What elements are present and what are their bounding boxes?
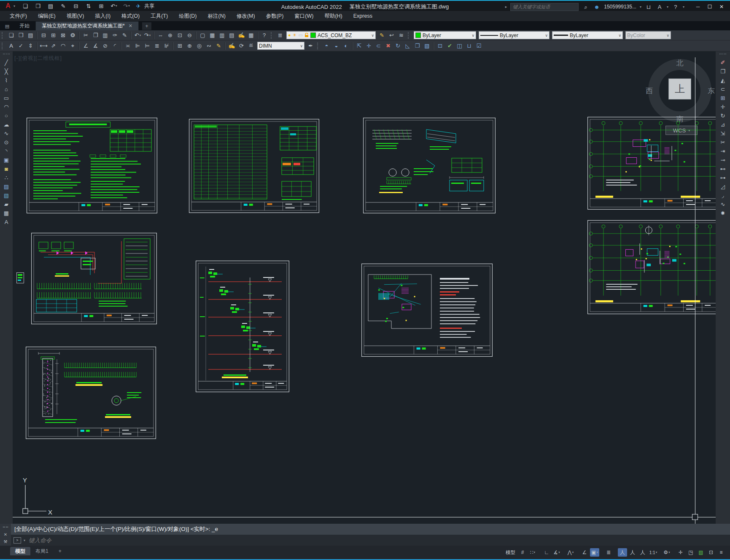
print-icon[interactable]: ⊞ bbox=[97, 2, 105, 10]
search-input[interactable] bbox=[510, 3, 579, 11]
layer-combo[interactable]: ●☀▭ACS_COM_BZ∨ bbox=[286, 31, 376, 39]
menu-item-9[interactable]: 参数(P) bbox=[261, 11, 289, 21]
user-avatar-icon[interactable]: ☻ bbox=[593, 3, 601, 11]
linetype-combo[interactable]: ByLayer∨ bbox=[479, 31, 550, 39]
construction-line-icon[interactable]: ╳ bbox=[1, 67, 11, 76]
menu-item-4[interactable]: 格式(O) bbox=[116, 11, 145, 21]
dim-continue-icon[interactable]: ⊨ bbox=[143, 42, 152, 50]
markup-icon[interactable]: ✍ bbox=[237, 31, 246, 40]
polyline-icon[interactable]: ⌇ bbox=[1, 76, 11, 85]
layout1-tab[interactable]: 布局1 bbox=[30, 547, 54, 555]
tab-close-icon[interactable]: ✕ bbox=[129, 23, 132, 29]
snap-mode-icon[interactable]: ∷▾ bbox=[528, 548, 537, 557]
save-as-icon[interactable]: ✎ bbox=[59, 2, 67, 10]
table-icon[interactable]: ▦ bbox=[1, 209, 11, 218]
menu-item-6[interactable]: 绘图(D) bbox=[173, 11, 202, 21]
menu-item-0[interactable]: 文件(F) bbox=[4, 11, 32, 21]
dim-quick-icon[interactable]: ≍ bbox=[123, 42, 133, 50]
mobile-sync-icon[interactable]: ⇅ bbox=[84, 2, 93, 10]
toolbar-grip[interactable] bbox=[317, 43, 320, 49]
minimize-button[interactable]: ─ bbox=[692, 3, 704, 11]
dim-jogged-icon[interactable]: ∾ bbox=[204, 42, 214, 50]
break-icon[interactable]: ⊷ bbox=[718, 165, 728, 173]
explode-icon[interactable]: ✸ bbox=[718, 209, 728, 218]
fillet-icon[interactable]: ◞ bbox=[718, 191, 728, 200]
menu-item-12[interactable]: Express bbox=[348, 11, 378, 21]
dim-baseline-icon[interactable]: ⊫ bbox=[133, 42, 143, 50]
cut-icon[interactable]: ✂ bbox=[81, 31, 91, 40]
spell-check-icon[interactable]: ✓ bbox=[16, 42, 26, 50]
zoom-realtime-icon[interactable]: ⊕ bbox=[165, 31, 175, 40]
properties-icon[interactable]: ▢ bbox=[198, 31, 207, 40]
copy-faces-icon[interactable]: ❐ bbox=[412, 42, 422, 50]
imprint-icon[interactable]: ⊡ bbox=[435, 42, 445, 50]
line-icon[interactable]: ╱ bbox=[1, 59, 11, 67]
layer-properties-icon[interactable]: ≣ bbox=[275, 31, 285, 40]
model-tab[interactable]: 模型 bbox=[10, 547, 30, 555]
object-snap-icon[interactable]: ▣▾ bbox=[590, 548, 599, 557]
viewport-label[interactable]: [-][俯视][二维线框] bbox=[14, 55, 62, 62]
undo-icon[interactable]: ↶▾ bbox=[133, 31, 143, 40]
taper-faces-icon[interactable]: ◺ bbox=[403, 42, 412, 50]
clean-screen-icon[interactable]: ⊡ bbox=[706, 548, 716, 557]
toolbar-grip[interactable] bbox=[719, 54, 726, 57]
copy-icon[interactable]: ❐ bbox=[91, 31, 100, 40]
join-icon[interactable]: ⊶ bbox=[718, 174, 728, 182]
blend-curves-icon[interactable]: ∿ bbox=[718, 200, 728, 209]
toolbar-grip[interactable] bbox=[2, 43, 5, 49]
compass-north[interactable]: 北 bbox=[676, 58, 684, 68]
command-input[interactable] bbox=[28, 537, 730, 544]
save-icon[interactable]: ▤ bbox=[26, 31, 35, 40]
spline-icon[interactable]: ∿ bbox=[1, 129, 11, 138]
trim-icon[interactable]: ✂ bbox=[718, 138, 728, 147]
menu-item-10[interactable]: 窗口(W) bbox=[289, 11, 319, 21]
logo-dropdown-arrow[interactable]: ▾ bbox=[13, 4, 15, 8]
tool-palettes-icon[interactable]: ▥ bbox=[217, 31, 227, 40]
dim-diameter-icon[interactable]: ⊘ bbox=[100, 42, 110, 50]
extrude-faces-icon[interactable]: ⇱ bbox=[354, 42, 364, 50]
autocad-logo-menu[interactable]: A bbox=[3, 2, 13, 10]
command-options-icon[interactable]: > bbox=[13, 537, 21, 544]
account-dropdown-arrow[interactable]: ▾ bbox=[640, 5, 641, 9]
cmdline-customize-icon[interactable]: ⚒ bbox=[2, 539, 9, 545]
add-layout-button[interactable]: + bbox=[54, 547, 67, 555]
layer-states-icon[interactable]: ≋ bbox=[396, 31, 406, 40]
redo-icon[interactable]: ↷▾ bbox=[122, 2, 131, 10]
move-icon[interactable]: ✛ bbox=[718, 103, 728, 111]
zoom-window-icon[interactable]: ⊡ bbox=[175, 31, 185, 40]
help-dropdown-arrow[interactable]: ▾ bbox=[683, 5, 684, 9]
solid-intersect-icon[interactable]: ◐ bbox=[341, 42, 351, 50]
separate-solid-icon[interactable]: ◫ bbox=[455, 42, 464, 50]
tab-start[interactable]: 开始 bbox=[13, 22, 36, 30]
text-scale-icon[interactable]: ⇕ bbox=[26, 42, 35, 50]
account-id[interactable]: 1505999135... bbox=[604, 4, 636, 10]
toolbar-grip[interactable] bbox=[2, 32, 5, 39]
ellipse-icon[interactable]: ⊙ bbox=[1, 138, 11, 147]
mirror-icon[interactable]: ◭ bbox=[718, 76, 728, 85]
new-file-icon[interactable]: ❏ bbox=[21, 2, 30, 10]
rectangle-icon[interactable]: ▭ bbox=[1, 94, 11, 102]
undo-icon[interactable]: ↶▾ bbox=[110, 2, 118, 10]
break-at-point-icon[interactable]: ⊸ bbox=[718, 156, 728, 164]
chamfer-icon[interactable]: ◿ bbox=[718, 183, 728, 191]
publish-icon[interactable]: ⊠ bbox=[58, 31, 68, 40]
search-collapse-arrow[interactable]: ▸ bbox=[505, 5, 507, 9]
lineweight-display-icon[interactable]: ≣ bbox=[604, 548, 613, 557]
toolbar-grip[interactable] bbox=[271, 32, 274, 39]
dimstyle-combo[interactable]: DIMN∨ bbox=[257, 42, 304, 50]
dim-spacing-icon[interactable]: ≣ bbox=[152, 42, 162, 50]
move-faces-icon[interactable]: ✛ bbox=[364, 42, 374, 50]
autodesk-app-icon[interactable]: A bbox=[656, 3, 663, 11]
edit-block-icon[interactable]: ✎ bbox=[120, 31, 129, 40]
publish-web-icon[interactable]: ❂ bbox=[68, 31, 78, 40]
dim-style-icon[interactable]: ≝ bbox=[246, 42, 256, 50]
cmdline-close-icon[interactable]: ✕ bbox=[2, 532, 9, 538]
menu-item-8[interactable]: 修改(M) bbox=[231, 11, 261, 21]
dim-linear-icon[interactable]: ⟷ bbox=[39, 42, 48, 50]
copy-icon[interactable]: ❐ bbox=[718, 67, 728, 76]
tab-current-drawing[interactable]: 某独立别墅地源热泵空调系统施工图*✕ bbox=[36, 22, 139, 30]
dim-aligned-icon[interactable]: ⇗ bbox=[48, 42, 58, 50]
menu-item-11[interactable]: 帮助(H) bbox=[319, 11, 347, 21]
arc-icon[interactable]: ◠ bbox=[1, 103, 11, 111]
file-tabs-menu-icon[interactable]: ▤ bbox=[3, 22, 12, 30]
